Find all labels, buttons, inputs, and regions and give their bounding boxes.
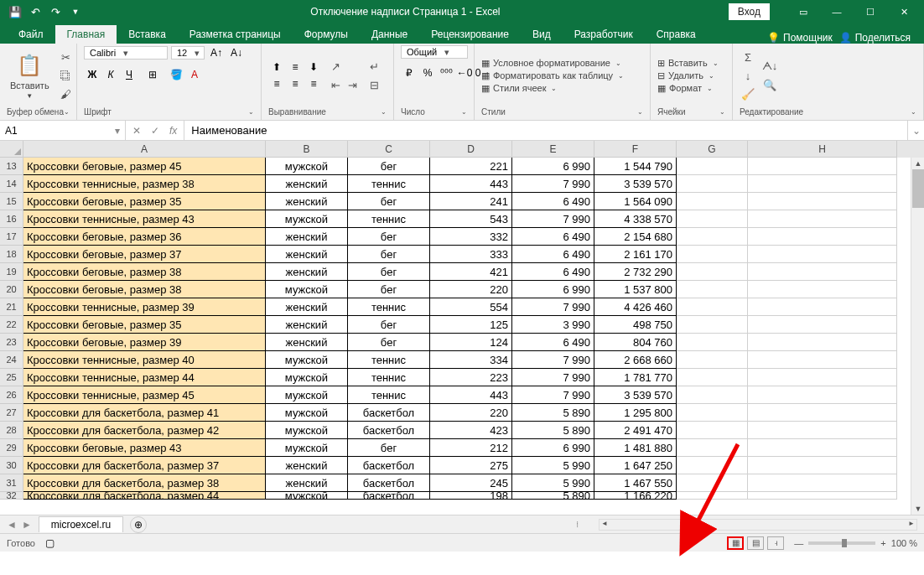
cell[interactable] <box>748 334 897 351</box>
cell[interactable]: бег <box>348 334 430 351</box>
cell[interactable]: теннис <box>348 210 430 228</box>
cell[interactable]: женский <box>266 228 348 246</box>
clear-icon[interactable]: 🧹 <box>740 85 756 102</box>
cell[interactable]: 1 166 220 <box>594 492 677 500</box>
cell[interactable] <box>677 175 748 193</box>
fill-icon[interactable]: ↓ <box>740 67 756 84</box>
cell[interactable]: теннис <box>348 369 430 386</box>
cell[interactable]: женский <box>266 175 348 193</box>
cell[interactable]: 7 990 <box>512 175 594 193</box>
cell[interactable]: 332 <box>430 228 512 246</box>
cell[interactable]: 6 990 <box>512 439 594 457</box>
currency-icon[interactable]: ₽ <box>401 65 418 80</box>
fill-color-icon[interactable]: 🪣 <box>168 67 184 82</box>
cell[interactable]: 245 <box>430 474 512 492</box>
cell[interactable]: 423 <box>430 422 512 439</box>
column-header-h[interactable]: H <box>748 141 897 158</box>
cell[interactable]: Кроссовки беговые, размер 45 <box>23 158 266 175</box>
column-header-a[interactable]: A <box>23 141 266 158</box>
cell[interactable]: женский <box>266 193 348 210</box>
cell[interactable] <box>748 210 897 228</box>
cell[interactable]: Кроссовки теннисные, размер 40 <box>23 351 266 369</box>
cancel-formula-icon[interactable]: ✕ <box>132 125 141 137</box>
vertical-scrollbar[interactable]: ▲ ▼ <box>911 158 924 515</box>
share-button[interactable]: 👤 Поделиться <box>839 32 911 44</box>
cell[interactable]: баскетбол <box>348 404 430 422</box>
cell[interactable]: 2 161 170 <box>594 246 677 263</box>
cell[interactable]: 333 <box>430 246 512 263</box>
tab-home[interactable]: Главная <box>55 25 117 44</box>
cell[interactable]: 6 490 <box>512 263 594 281</box>
cell[interactable]: мужской <box>266 210 348 228</box>
percent-icon[interactable]: % <box>419 65 436 80</box>
row-header[interactable]: 19 <box>0 263 23 281</box>
horizontal-scrollbar[interactable] <box>599 519 917 531</box>
borders-icon[interactable]: ⊞ <box>144 67 161 82</box>
format-cells-button[interactable]: ▦Формат <box>657 83 719 94</box>
cell[interactable]: мужской <box>266 386 348 404</box>
tab-data[interactable]: Данные <box>360 25 419 44</box>
scroll-up-icon[interactable]: ▲ <box>911 158 924 169</box>
row-header[interactable]: 17 <box>0 228 23 246</box>
cell[interactable]: женский <box>266 298 348 316</box>
decrease-indent-icon[interactable]: ⇤ <box>327 76 344 93</box>
cell[interactable] <box>748 298 897 316</box>
cut-icon[interactable]: ✂ <box>58 49 75 65</box>
row-header[interactable]: 20 <box>0 281 23 298</box>
cell[interactable] <box>748 404 897 422</box>
cell[interactable]: 4 338 570 <box>594 210 677 228</box>
cell[interactable] <box>677 404 748 422</box>
cell[interactable]: 7 990 <box>512 351 594 369</box>
cell[interactable] <box>677 246 748 263</box>
cell[interactable] <box>677 369 748 386</box>
cell[interactable]: Кроссовки для баскетбола, размер 44 <box>23 492 266 500</box>
cell[interactable]: 1 647 250 <box>594 457 677 474</box>
cell[interactable]: 421 <box>430 263 512 281</box>
cell[interactable]: мужской <box>266 281 348 298</box>
cell[interactable]: мужской <box>266 404 348 422</box>
cell[interactable]: 125 <box>430 316 512 334</box>
font-size-dropdown[interactable]: 12 ▾ <box>171 46 205 60</box>
cell[interactable]: 7 990 <box>512 210 594 228</box>
cell[interactable]: 334 <box>430 351 512 369</box>
cell[interactable] <box>748 263 897 281</box>
align-top-icon[interactable]: ⬆ <box>268 60 285 75</box>
cell[interactable]: Кроссовки теннисные, размер 39 <box>23 298 266 316</box>
italic-button[interactable]: К <box>102 67 119 82</box>
increase-font-icon[interactable]: A↑ <box>208 45 225 60</box>
find-icon[interactable]: 🔍 <box>761 76 778 93</box>
merge-icon[interactable]: ⊟ <box>366 76 382 93</box>
cell[interactable]: баскетбол <box>348 474 430 492</box>
normal-view-button[interactable]: ▦ <box>727 536 744 550</box>
row-header[interactable]: 14 <box>0 175 23 193</box>
cell[interactable]: 7 990 <box>512 298 594 316</box>
cell[interactable]: бег <box>348 316 430 334</box>
cell[interactable]: женский <box>266 263 348 281</box>
cell[interactable] <box>748 369 897 386</box>
cell[interactable]: баскетбол <box>348 457 430 474</box>
column-header-f[interactable]: F <box>594 141 677 158</box>
cell[interactable]: 4 426 460 <box>594 298 677 316</box>
scroll-thumb[interactable] <box>912 169 924 208</box>
increase-decimal-icon[interactable]: ←0 <box>456 65 473 80</box>
increase-indent-icon[interactable]: ⇥ <box>344 76 361 93</box>
cell[interactable] <box>748 316 897 334</box>
column-header-g[interactable]: G <box>677 141 748 158</box>
cell[interactable] <box>748 351 897 369</box>
row-header[interactable]: 21 <box>0 298 23 316</box>
cell[interactable]: теннис <box>348 175 430 193</box>
cell[interactable]: женский <box>266 474 348 492</box>
row-header[interactable]: 15 <box>0 193 23 210</box>
cell[interactable]: 1 544 790 <box>594 158 677 175</box>
add-sheet-button[interactable]: ⊕ <box>130 516 147 533</box>
column-header-c[interactable]: C <box>348 141 430 158</box>
cell[interactable]: 554 <box>430 298 512 316</box>
bold-button[interactable]: Ж <box>84 67 101 82</box>
cell[interactable]: женский <box>266 246 348 263</box>
row-header[interactable]: 32 <box>0 492 23 500</box>
number-format-dropdown[interactable]: Общий ▾ <box>401 45 468 59</box>
zoom-value[interactable]: 100 % <box>891 538 917 548</box>
cell[interactable] <box>748 228 897 246</box>
format-painter-icon[interactable]: 🖌 <box>58 85 75 102</box>
cell[interactable]: женский <box>266 457 348 474</box>
